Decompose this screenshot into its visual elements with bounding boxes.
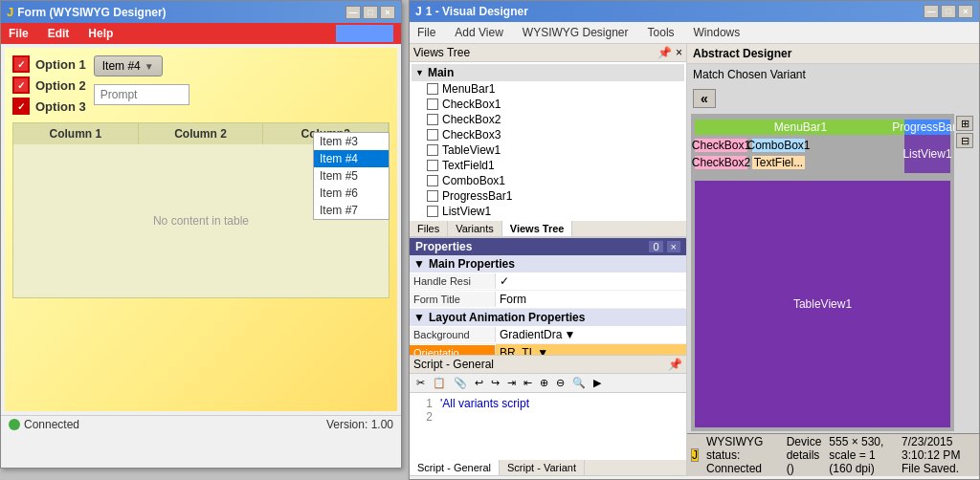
script-tool-copy[interactable]: 📋: [430, 376, 449, 390]
abstract-menubar: MenuBar1: [695, 120, 906, 135]
abstract-nav-back-btn[interactable]: «: [693, 89, 716, 108]
datetime-label: 7/23/2015 3:10:12 PM File Saved.: [902, 435, 975, 475]
tree-checkbox-combo1[interactable]: [427, 175, 438, 186]
script-pin-icon[interactable]: 📌: [668, 358, 682, 371]
tab-variants[interactable]: Variants: [448, 221, 502, 236]
tree-item-checkbox2[interactable]: CheckBox2: [412, 112, 684, 127]
tab-bar: Files Variants Views Tree: [410, 221, 686, 237]
script-tab-variant[interactable]: Script - Variant: [500, 460, 585, 475]
script-area: Script - General 📌 ✂ 📋 📎 ↩ ↪ ⇥ ⇤ ⊕ ⊖ 🔍: [410, 355, 686, 476]
script-tool-more2[interactable]: ⊖: [553, 376, 568, 390]
designer-menu-windows[interactable]: Windows: [690, 24, 745, 41]
script-tool-run[interactable]: ▶: [590, 376, 604, 390]
designer-close-btn[interactable]: ×: [958, 5, 973, 18]
desktop: J Form (WYSIWYG Designer) — □ × File Edi…: [0, 0, 980, 480]
tree-item-menubar1[interactable]: MenuBar1: [412, 81, 684, 97]
dropdown-button[interactable]: Item #4 ▼: [94, 55, 163, 76]
script-tool-redo[interactable]: ↪: [488, 376, 502, 390]
script-header: Script - General 📌: [410, 356, 686, 374]
form-maximize-btn[interactable]: □: [363, 6, 378, 19]
prop-name-handle-resi: Handle Resi: [410, 273, 496, 289]
tree-checkbox-cb2[interactable]: [427, 114, 438, 125]
dropdown-item-6[interactable]: Item #6: [314, 185, 389, 202]
form-title-bar: J Form (WYSIWYG Designer) — □ ×: [1, 1, 401, 23]
tree-checkbox-tv1[interactable]: [427, 144, 438, 156]
script-tab-general[interactable]: Script - General: [410, 460, 500, 475]
views-tree-close-icon[interactable]: ×: [676, 46, 682, 59]
designer-menu-file[interactable]: File: [413, 24, 439, 41]
script-tab-bar: Script - General Script - Variant: [410, 460, 686, 476]
script-line-code-1[interactable]: 'All variants script: [440, 397, 529, 410]
prop-dropdown-orientation-icon[interactable]: ▼: [537, 346, 548, 355]
tree-item-progressbar1[interactable]: ProgressBar1: [412, 188, 684, 204]
dropdown-item-3[interactable]: Item #3: [314, 133, 389, 150]
designer-menu-tools[interactable]: Tools: [644, 24, 679, 41]
dropdown-label: Item #4: [102, 59, 141, 73]
script-tool-paste[interactable]: 📎: [451, 376, 470, 390]
tree-checkbox-cb3[interactable]: [427, 129, 438, 141]
prop-section-layout-expand-icon: ▼: [413, 311, 425, 324]
form-close-btn[interactable]: ×: [380, 6, 395, 19]
properties-close-btn[interactable]: ×: [667, 241, 680, 252]
form-menu-file[interactable]: File: [5, 25, 33, 42]
prop-dropdown-background-icon[interactable]: ▼: [564, 328, 575, 341]
views-tree-pin-icon[interactable]: 📌: [657, 46, 672, 59]
form-menu-edit[interactable]: Edit: [44, 25, 74, 42]
designer-minimize-btn[interactable]: —: [924, 5, 939, 18]
designer-body: Views Tree 📌 × ▼ Main MenuB: [410, 44, 979, 476]
option-checkbox-1[interactable]: ✓: [12, 55, 30, 73]
prop-section-layout[interactable]: ▼ Layout Animation Properties: [410, 309, 686, 326]
tree-item-label-tf1: TextField1: [442, 159, 495, 172]
form-menu-help[interactable]: Help: [84, 25, 117, 42]
properties-pin-btn[interactable]: 0: [649, 241, 662, 252]
script-tool-outdent[interactable]: ⇤: [521, 376, 535, 390]
tree-item-label-cb1: CheckBox1: [442, 98, 501, 111]
tree-checkbox-pb1[interactable]: [427, 190, 438, 202]
tree-root-main: ▼ Main: [412, 64, 684, 81]
tree-item-textfield1[interactable]: TextField1: [412, 158, 684, 173]
tree-checkbox-lv1[interactable]: [427, 206, 438, 217]
tree-item-checkbox1[interactable]: CheckBox1: [412, 97, 684, 112]
dropdown-item-5[interactable]: Item #5: [314, 167, 389, 185]
table-col-2: Column 2: [139, 123, 264, 144]
prop-value-form-title: Form: [496, 291, 686, 308]
dropdown-item-4[interactable]: Item #4: [314, 150, 389, 167]
tree-item-combobox1[interactable]: ComboBox1: [412, 173, 684, 188]
table-col-1: Column 1: [13, 123, 139, 144]
option-checkbox-2[interactable]: ✓: [12, 76, 30, 94]
prompt-input[interactable]: [94, 84, 189, 105]
designer-title-text: 1 - Visual Designer: [426, 5, 528, 18]
tab-files[interactable]: Files: [410, 221, 448, 236]
tree-item-label-cb2: CheckBox2: [442, 113, 501, 126]
designer-maximize-btn[interactable]: □: [941, 5, 956, 18]
option-checkbox-3[interactable]: ✓: [12, 98, 30, 115]
tree-checkbox-menubar1[interactable]: [427, 83, 438, 95]
dropdown-arrow-icon: ▼: [145, 61, 154, 72]
designer-menu-wysiwyg[interactable]: WYSIWYG Designer: [519, 24, 633, 41]
dropdown-item-7[interactable]: Item #7: [314, 202, 389, 219]
views-tree-label: Views Tree: [413, 46, 470, 59]
form-minimize-btn[interactable]: —: [345, 6, 361, 19]
script-line-num-2: 2: [413, 410, 433, 424]
zoom-out-btn[interactable]: ⊟: [956, 133, 973, 148]
script-tool-indent[interactable]: ⇥: [504, 376, 519, 390]
tree-checkbox-cb1[interactable]: [427, 98, 438, 110]
tree-expand-icon[interactable]: ▼: [415, 68, 424, 77]
script-tool-undo[interactable]: ↩: [472, 376, 486, 390]
designer-menu-addview[interactable]: Add View: [451, 24, 506, 41]
prop-section-main[interactable]: ▼ Main Properties: [410, 255, 686, 273]
prop-name-background: Background: [410, 327, 496, 342]
tree-item-listview1[interactable]: ListView1: [412, 204, 684, 219]
tree-checkbox-tf1[interactable]: [427, 160, 438, 171]
script-tool-cut[interactable]: ✂: [413, 376, 428, 390]
prop-name-form-title: Form Title: [410, 292, 496, 307]
script-header-label: Script - General: [413, 358, 494, 371]
tree-item-tableview1[interactable]: TableView1: [412, 142, 684, 158]
table-empty-message: No content in table: [153, 214, 249, 228]
script-tool-search[interactable]: 🔍: [569, 376, 589, 390]
zoom-grid-btn[interactable]: ⊞: [956, 116, 973, 131]
script-tool-more1[interactable]: ⊕: [537, 376, 551, 390]
tree-item-checkbox3[interactable]: CheckBox3: [412, 127, 684, 142]
tab-views-tree[interactable]: Views Tree: [502, 221, 573, 236]
prop-section-expand-icon: ▼: [413, 257, 425, 271]
